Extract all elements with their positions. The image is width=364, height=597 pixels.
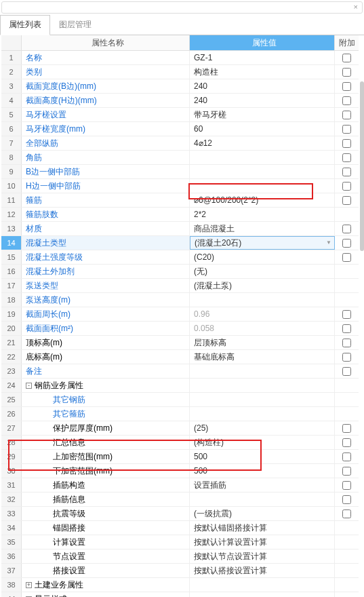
grid-row[interactable]: 19截面周长(m)0.96 — [1, 307, 359, 322]
extra-checkbox[interactable] — [342, 438, 351, 447]
property-value[interactable]: ⌀6@100/200(2*2) — [190, 193, 335, 207]
extra-checkbox[interactable] — [342, 367, 351, 376]
property-value[interactable]: 500 — [190, 464, 335, 478]
property-value[interactable]: 带马牙槎 — [190, 108, 335, 121]
property-value[interactable]: (混凝土泵) — [190, 279, 335, 292]
grid-row[interactable]: 33抗震等级(一级抗震) — [1, 507, 359, 521]
property-name[interactable]: 顶标高(m) — [22, 336, 190, 349]
property-value[interactable] — [190, 364, 335, 378]
property-name[interactable]: 下加密范围(mm) — [22, 464, 190, 478]
property-name[interactable]: 材质 — [22, 222, 190, 235]
property-name[interactable]: 混凝土类型 — [22, 236, 190, 250]
extra-checkbox[interactable] — [342, 68, 351, 77]
property-value[interactable]: 0.96 — [190, 307, 335, 321]
property-name[interactable]: 截面周长(m) — [22, 307, 190, 321]
grid-row[interactable]: 10H边一侧中部筋 — [1, 179, 359, 193]
grid-row[interactable]: 4截面高度(H边)(mm)240 — [1, 94, 359, 108]
close-icon[interactable]: × — [354, 3, 358, 11]
property-value[interactable]: 60 — [190, 122, 335, 136]
property-name[interactable]: 箍筋 — [22, 193, 190, 207]
property-value[interactable]: 按默认计算设置计算 — [190, 535, 335, 549]
property-value[interactable]: (构造柱) — [190, 436, 335, 449]
header-value[interactable]: 属性值 — [190, 35, 335, 50]
grid-row[interactable]: 23备注 — [1, 364, 359, 379]
extra-checkbox[interactable] — [342, 452, 351, 461]
property-name[interactable]: 泵送高度(m) — [22, 293, 190, 307]
property-name[interactable]: 截面面积(m²) — [22, 322, 190, 335]
property-name[interactable]: 底标高(m) — [22, 350, 190, 364]
property-name[interactable]: +显示样式 — [22, 592, 190, 597]
extra-checkbox[interactable] — [342, 253, 351, 262]
property-name[interactable]: 保护层厚度(mm) — [22, 421, 190, 435]
extra-checkbox[interactable] — [342, 54, 351, 62]
property-value[interactable]: 基础底标高 — [190, 350, 335, 364]
extra-checkbox[interactable] — [342, 125, 351, 134]
grid-row[interactable]: 25其它钢筋 — [1, 393, 359, 407]
property-value[interactable]: 构造柱 — [190, 65, 335, 79]
property-value[interactable]: (C20) — [190, 250, 335, 264]
property-value[interactable]: 240 — [190, 79, 335, 93]
property-name[interactable]: 计算设置 — [22, 535, 190, 549]
grid-row[interactable]: 37搭接设置按默认搭接设置计算 — [1, 564, 359, 578]
property-value[interactable]: (一级抗震) — [190, 507, 335, 520]
extra-checkbox[interactable] — [342, 353, 351, 362]
extra-checkbox[interactable] — [342, 153, 351, 162]
property-value[interactable] — [190, 151, 335, 164]
grid-row[interactable]: 24-钢筋业务属性 — [1, 379, 359, 393]
property-name[interactable]: 搭接设置 — [22, 564, 190, 577]
property-name[interactable]: 名称 — [22, 51, 190, 64]
grid-row[interactable]: 3截面宽度(B边)(mm)240 — [1, 79, 359, 94]
property-name[interactable]: B边一侧中部筋 — [22, 165, 190, 178]
property-name[interactable]: +土建业务属性 — [22, 578, 190, 592]
grid-row[interactable]: 34锚固搭接按默认锚固搭接计算 — [1, 521, 359, 535]
property-name[interactable]: 混凝土外加剂 — [22, 265, 190, 278]
grid-row[interactable]: 1名称GZ-1 — [1, 51, 359, 65]
extra-checkbox[interactable] — [342, 509, 351, 518]
grid-row[interactable]: 38+土建业务属性 — [1, 578, 359, 592]
chevron-down-icon[interactable]: ▼ — [326, 236, 331, 250]
property-value[interactable]: 500 — [190, 450, 335, 463]
property-value[interactable]: 0.058 — [190, 322, 335, 335]
property-name[interactable]: 锚固搭接 — [22, 521, 190, 535]
property-name[interactable]: 插筋信息 — [22, 493, 190, 506]
property-name[interactable]: 节点设置 — [22, 550, 190, 563]
property-value[interactable]: 2*2 — [190, 208, 335, 221]
property-value[interactable]: 按默认搭接设置计算 — [190, 564, 335, 577]
expand-toggle-icon[interactable]: + — [26, 582, 32, 588]
grid-row[interactable]: 21顶标高(m)层顶标高 — [1, 336, 359, 350]
grid-row[interactable]: 22底标高(m)基础底标高 — [1, 350, 359, 364]
property-value[interactable] — [190, 407, 335, 421]
property-name[interactable]: 上加密范围(mm) — [22, 450, 190, 463]
grid-row[interactable]: 18泵送高度(m) — [1, 293, 359, 307]
extra-checkbox[interactable] — [342, 168, 351, 176]
property-value[interactable]: 设置插筋 — [190, 478, 335, 492]
extra-checkbox[interactable] — [342, 196, 351, 205]
extra-checkbox[interactable] — [342, 481, 351, 490]
grid-row[interactable]: 8角筋 — [1, 151, 359, 165]
property-name[interactable]: 全部纵筋 — [22, 136, 190, 150]
property-name[interactable]: H边一侧中部筋 — [22, 179, 190, 193]
grid-row[interactable]: 7全部纵筋4⌀12 — [1, 136, 359, 151]
property-value[interactable]: (混凝土20石)▼ — [190, 236, 335, 250]
grid-row[interactable]: 35计算设置按默认计算设置计算 — [1, 535, 359, 550]
grid-row[interactable]: 27保护层厚度(mm)(25) — [1, 421, 359, 436]
expand-toggle-icon[interactable]: - — [26, 383, 32, 389]
property-name[interactable]: 汇总信息 — [22, 436, 190, 449]
grid-row[interactable]: 16混凝土外加剂(无) — [1, 265, 359, 279]
property-name[interactable]: 马牙槎宽度(mm) — [22, 122, 190, 136]
extra-checkbox[interactable] — [342, 467, 351, 476]
property-name[interactable]: 其它箍筋 — [22, 407, 190, 421]
extra-checkbox[interactable] — [342, 310, 351, 319]
property-value[interactable]: 4⌀12 — [190, 136, 335, 150]
grid-row[interactable]: 29上加密范围(mm)500 — [1, 450, 359, 464]
property-name[interactable]: 抗震等级 — [22, 507, 190, 520]
grid-row[interactable]: 44+显示样式 — [1, 592, 359, 597]
property-name[interactable]: 角筋 — [22, 151, 190, 164]
property-value[interactable] — [190, 165, 335, 178]
extra-checkbox[interactable] — [342, 96, 351, 105]
grid-row[interactable]: 13材质商品混凝土 — [1, 222, 359, 236]
property-name[interactable]: 泵送类型 — [22, 279, 190, 292]
tab-layer-manage[interactable]: 图层管理 — [50, 15, 100, 35]
property-name[interactable]: 其它钢筋 — [22, 393, 190, 406]
property-name[interactable]: -钢筋业务属性 — [22, 379, 190, 392]
